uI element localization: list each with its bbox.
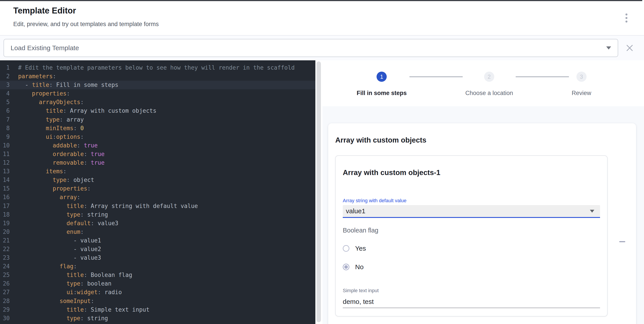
code-line[interactable]: 6 title: Array with custom objects [0, 107, 315, 115]
code-line[interactable]: 11 orderable: true [0, 150, 315, 158]
radio-unchecked-icon[interactable] [343, 245, 350, 252]
array-item-title: Array with custom objects-1 [343, 168, 600, 177]
clear-template-button[interactable] [624, 43, 635, 53]
kebab-dot-icon [626, 17, 628, 19]
code-line[interactable]: 15 properties: [0, 184, 315, 193]
simple-text-input[interactable]: demo, test [343, 298, 600, 308]
line-number: 1 [0, 64, 10, 72]
code-text: items: [10, 167, 66, 176]
code-line[interactable]: 18 type: string [0, 210, 315, 219]
code-text: type: boolean [10, 279, 112, 288]
form-section-card: Array with custom objects Array with cus… [328, 123, 636, 324]
code-line[interactable]: 23 - value3 [0, 253, 315, 262]
line-number: 26 [0, 279, 10, 288]
step-label: Fill in some steps [357, 90, 407, 97]
code-line[interactable]: 8 minItems: 0 [0, 124, 315, 133]
close-icon [625, 44, 634, 52]
page-subtitle: Edit, preview, and try out templates and… [13, 21, 644, 28]
code-line[interactable]: 29 title: Simple text input [0, 305, 315, 314]
code-text: properties: [10, 89, 70, 98]
code-line[interactable]: 4 properties: [0, 89, 315, 98]
line-number: 13 [0, 167, 10, 176]
line-number: 21 [0, 236, 10, 245]
remove-item-button[interactable] [617, 237, 627, 246]
radio-checked-icon[interactable] [343, 264, 350, 270]
code-line[interactable]: 1# Edit the template parameters below to… [0, 64, 315, 72]
code-text: title: Simple text input [10, 305, 150, 314]
code-line[interactable]: 16 array: [0, 193, 315, 202]
radio-option-no[interactable]: No [343, 262, 600, 272]
code-line[interactable]: 14 type: object [0, 176, 315, 184]
code-line[interactable]: 25 title: Boolean flag [0, 271, 315, 279]
yaml-editor[interactable]: 1# Edit the template parameters below to… [0, 60, 315, 324]
template-editor-page: Template Editor Edit, preview, and try o… [0, 0, 644, 324]
code-line[interactable]: 13 items: [0, 167, 315, 176]
code-text: title: Boolean flag [10, 271, 132, 279]
stepper-step-2[interactable]: 2Choose a location [465, 72, 513, 97]
code-line[interactable]: 19 default: value3 [0, 219, 315, 228]
editor-scrollbar[interactable] [315, 60, 322, 324]
line-number: 30 [0, 314, 10, 323]
code-line[interactable]: 2parameters: [0, 72, 315, 81]
radio-option-yes[interactable]: Yes [343, 243, 600, 253]
code-line[interactable]: 26 type: boolean [0, 279, 315, 288]
line-number: 2 [0, 72, 10, 81]
line-number: 10 [0, 141, 10, 150]
line-number: 16 [0, 193, 10, 202]
code-text: someInput: [10, 297, 94, 305]
code-text: type: string [10, 314, 108, 323]
code-text: - value1 [10, 236, 101, 245]
stepper-step-3[interactable]: 3Review [572, 72, 591, 97]
stepper: 1Fill in some steps2Choose a location3Re… [322, 60, 644, 97]
stepper-step-1[interactable]: 1Fill in some steps [357, 72, 407, 97]
text-field-label: Simple text input [343, 288, 600, 293]
code-text: title: Array string with default value [10, 202, 198, 210]
code-line[interactable]: 5 arrayObjects: [0, 98, 315, 107]
code-line[interactable]: 7 type: array [0, 115, 315, 124]
code-text: - title: Fill in some steps [10, 81, 118, 89]
code-line[interactable]: 17 title: Array string with default valu… [0, 202, 315, 210]
more-options-button[interactable] [622, 12, 631, 24]
code-text: enum: [10, 228, 84, 236]
array-item-card: Array with custom objects-1 Array string… [335, 155, 608, 316]
code-line[interactable]: 22 - value2 [0, 245, 315, 253]
line-number: 7 [0, 115, 10, 124]
code-line[interactable]: 20 enum: [0, 228, 315, 236]
step-label: Choose a location [465, 90, 513, 97]
code-text: orderable: true [10, 150, 104, 158]
chevron-down-icon [590, 210, 594, 213]
radio-field-label: Boolean flag [343, 226, 600, 234]
code-line[interactable]: 30 type: string [0, 314, 315, 323]
code-lines: 1# Edit the template parameters below to… [0, 64, 315, 323]
code-text: type: object [10, 176, 94, 184]
radio-option-label: Yes [355, 245, 366, 252]
step-number: 3 [576, 72, 586, 82]
line-number: 20 [0, 228, 10, 236]
line-number: 28 [0, 297, 10, 305]
code-line[interactable]: 3 - title: Fill in some steps [0, 81, 315, 89]
editor-scrollbar-thumb[interactable] [316, 62, 321, 322]
code-line[interactable]: 9 ui:options: [0, 133, 315, 141]
code-line[interactable]: 12 removable: true [0, 158, 315, 167]
code-line[interactable]: 24 flag: [0, 262, 315, 271]
load-template-placeholder: Load Existing Template [10, 44, 606, 52]
radio-option-label: No [355, 263, 364, 271]
code-line[interactable]: 21 - value1 [0, 236, 315, 245]
code-line[interactable]: 28 someInput: [0, 297, 315, 305]
stepper-connector [410, 77, 463, 77]
code-line[interactable]: 27 ui:widget: radio [0, 288, 315, 296]
boolean-flag-options: YesNo [343, 243, 600, 272]
page-title: Template Editor [0, 1, 644, 16]
code-text: type: array [10, 115, 84, 124]
line-number: 12 [0, 158, 10, 167]
code-text: arrayObjects: [10, 98, 84, 107]
line-number: 25 [0, 271, 10, 279]
step-number: 1 [376, 72, 387, 82]
line-number: 5 [0, 98, 10, 107]
array-string-select[interactable]: value1 [343, 205, 600, 218]
load-existing-template-select[interactable]: Load Existing Template [4, 39, 618, 57]
code-text: title: Array with custom objects [10, 107, 156, 115]
code-line[interactable]: 10 addable: true [0, 141, 315, 150]
line-number: 19 [0, 219, 10, 228]
line-number: 17 [0, 202, 10, 210]
